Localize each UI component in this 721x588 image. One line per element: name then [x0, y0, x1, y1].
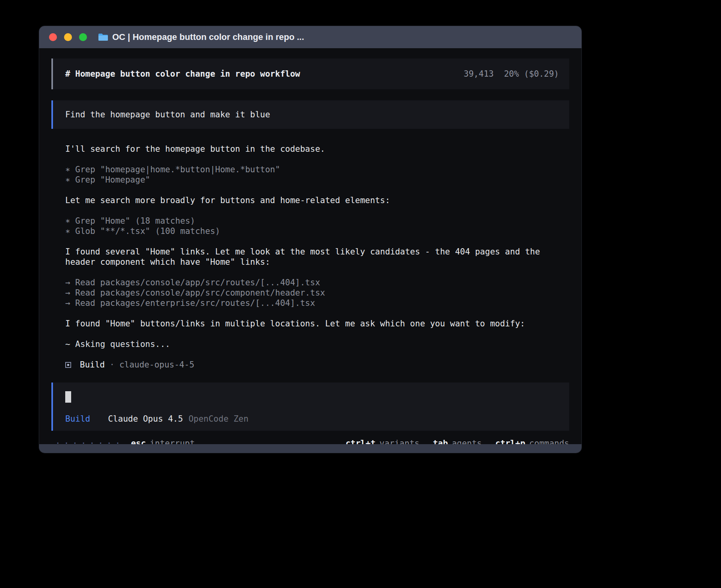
assistant-text: I found "Home" buttons/links in multiple…: [65, 318, 557, 329]
zoom-button[interactable]: [79, 33, 87, 41]
esc-key: esc: [131, 439, 146, 444]
window-bottom-edge: [39, 444, 581, 453]
shortcut-label: commands: [529, 439, 569, 444]
agent-icon: [65, 362, 71, 368]
tool-call-glob: ∗ Glob "**/*.tsx" (100 matches): [65, 226, 557, 236]
shortcut-agents: tab agents: [433, 439, 482, 444]
shortcut-variants: ctrl+t variants: [345, 439, 419, 444]
traffic-lights: [49, 33, 87, 41]
tool-call-grep: ∗ Grep "Homepage": [65, 175, 557, 185]
shortcut-hints: ctrl+t variants tab agents ctrl+p comman…: [332, 439, 569, 444]
tool-call-grep: ∗ Grep "Home" (18 matches): [65, 216, 557, 226]
mode-label: Build: [65, 414, 90, 424]
close-button[interactable]: [49, 33, 57, 41]
status-text: ~ Asking questions...: [65, 339, 557, 349]
tool-call-read: → Read packages/enterprise/src/routes/[.…: [65, 298, 557, 308]
tool-call-read: → Read packages/console/app/src/routes/[…: [65, 277, 557, 288]
tool-call-read: → Read packages/console/app/src/componen…: [65, 288, 557, 298]
terminal-content[interactable]: # Homepage button color change in repo w…: [39, 48, 581, 444]
spinner-dots: ········: [55, 439, 124, 444]
prompt-meta: Build Claude Opus 4.5 OpenCode Zen: [65, 414, 559, 424]
window-title: OC | Homepage button color change in rep…: [112, 32, 304, 42]
prompt-input[interactable]: Build Claude Opus 4.5 OpenCode Zen: [51, 383, 569, 431]
window-titlebar[interactable]: OC | Homepage button color change in rep…: [39, 26, 581, 48]
shortcut-label: variants: [379, 439, 419, 444]
desktop-background: OC | Homepage button color change in rep…: [0, 0, 721, 588]
agent-name: Build: [80, 360, 105, 369]
shortcut-label: agents: [452, 439, 482, 444]
agent-separator: ·: [109, 360, 115, 369]
shortcut-key: tab: [433, 439, 448, 444]
agent-badge: Build · claude-opus-4-5: [65, 360, 557, 370]
assistant-transcript: I'll search for the homepage button in t…: [65, 144, 557, 370]
agent-model-id: claude-opus-4-5: [119, 360, 194, 369]
tool-call-grep: ∗ Grep "homepage|home.*button|Home.*butt…: [65, 164, 557, 175]
model-label: Claude Opus 4.5: [108, 414, 183, 424]
assistant-text: Let me search more broadly for buttons a…: [65, 195, 557, 205]
assistant-text: I'll search for the homepage button in t…: [65, 144, 557, 154]
session-title: # Homepage button color change in repo w…: [65, 69, 300, 79]
shortcut-key: ctrl+p: [495, 439, 525, 444]
session-stats: 39,413 20% ($0.29): [464, 69, 559, 79]
shortcut-key: ctrl+t: [345, 439, 376, 444]
folder-icon: [98, 33, 108, 41]
user-message: Find the homepage button and make it blu…: [51, 100, 569, 129]
session-header: # Homepage button color change in repo w…: [51, 58, 569, 89]
shortcut-commands: ctrl+p commands: [495, 439, 569, 444]
context-usage: 20% ($0.29): [504, 69, 559, 79]
minimize-button[interactable]: [64, 33, 72, 41]
status-bar: ········ esc interrupt ctrl+t variants t…: [51, 439, 569, 444]
token-count: 39,413: [464, 69, 494, 79]
provider-label: OpenCode Zen: [189, 414, 249, 424]
esc-hint: interrupt: [150, 439, 195, 444]
text-cursor: [65, 391, 71, 403]
terminal-window: OC | Homepage button color change in rep…: [39, 26, 581, 453]
user-message-text: Find the homepage button and make it blu…: [65, 109, 270, 120]
assistant-text: I found several "Home" links. Let me loo…: [65, 247, 557, 267]
